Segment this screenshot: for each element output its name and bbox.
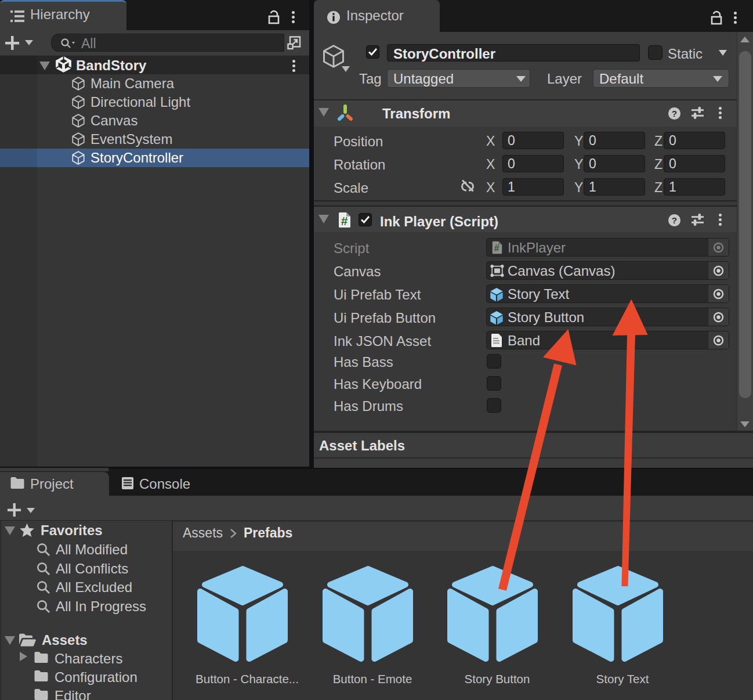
svg-text:#: # (494, 243, 499, 253)
svg-text:#: # (341, 214, 348, 228)
svg-text:?: ? (672, 109, 677, 118)
svg-text:?: ? (672, 215, 677, 225)
